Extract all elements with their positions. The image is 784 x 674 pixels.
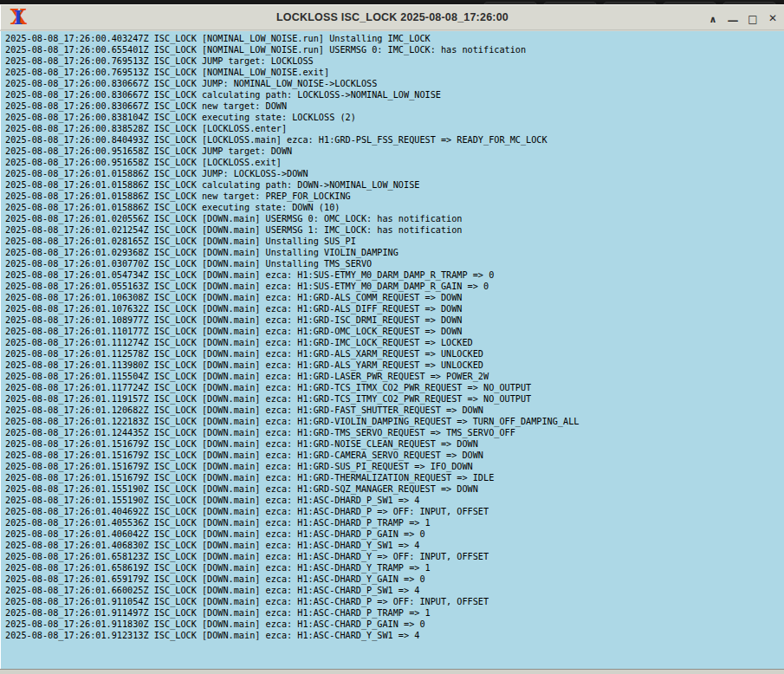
log-line: 2025-08-08_17:26:01.151679Z ISC_LOCK [DO… bbox=[5, 450, 784, 461]
titlebar[interactable]: X I LOCKLOSS ISC_LOCK 2025-08-08_17:26:0… bbox=[0, 4, 784, 30]
log-content-area: 2025-08-08_17:26:00.403247Z ISC_LOCK [NO… bbox=[0, 31, 784, 669]
window-app-icon[interactable]: X I bbox=[7, 7, 29, 29]
log-line: 2025-08-08_17:26:01.021254Z ISC_LOCK [DO… bbox=[5, 224, 784, 236]
log-line: 2025-08-08_17:26:01.030770Z ISC_LOCK [DO… bbox=[5, 258, 784, 269]
log-line: 2025-08-08_17:26:01.055163Z ISC_LOCK [DO… bbox=[5, 281, 784, 292]
log-line: 2025-08-08_17:26:00.830667Z ISC_LOCK cal… bbox=[5, 89, 784, 100]
log-line: 2025-08-08_17:26:01.155190Z ISC_LOCK [DO… bbox=[5, 483, 784, 495]
log-line: 2025-08-08_17:26:01.015886Z ISC_LOCK JUM… bbox=[5, 168, 784, 179]
log-line: 2025-08-08_17:26:01.404692Z ISC_LOCK [DO… bbox=[5, 506, 784, 517]
log-line: 2025-08-08_17:26:01.112578Z ISC_LOCK [DO… bbox=[5, 348, 784, 360]
log-line: 2025-08-08_17:26:01.115504Z ISC_LOCK [DO… bbox=[5, 371, 784, 382]
log-line: 2025-08-08_17:26:01.151679Z ISC_LOCK [DO… bbox=[5, 472, 784, 483]
log-line: 2025-08-08_17:26:01.911830Z ISC_LOCK [DO… bbox=[5, 619, 784, 630]
maximize-button[interactable]: □ bbox=[747, 10, 759, 26]
log-line: 2025-08-08_17:26:01.117724Z ISC_LOCK [DO… bbox=[5, 382, 784, 393]
log-line: 2025-08-08_17:26:01.108977Z ISC_LOCK [DO… bbox=[5, 314, 784, 326]
log-line: 2025-08-08_17:26:01.912313Z ISC_LOCK [DO… bbox=[5, 630, 784, 641]
minimize-icon: — bbox=[728, 14, 739, 27]
log-line: 2025-08-08_17:26:01.113980Z ISC_LOCK [DO… bbox=[5, 360, 784, 371]
log-line: 2025-08-08_17:26:01.029368Z ISC_LOCK [DO… bbox=[5, 247, 784, 258]
log-line: 2025-08-08_17:26:01.020556Z ISC_LOCK [DO… bbox=[5, 213, 784, 224]
log-line: 2025-08-08_17:26:01.405536Z ISC_LOCK [DO… bbox=[5, 517, 784, 528]
log-line: 2025-08-08_17:26:01.911054Z ISC_LOCK [DO… bbox=[5, 596, 784, 607]
log-line: 2025-08-08_17:26:01.658123Z ISC_LOCK [DO… bbox=[5, 551, 784, 562]
icon-i-glyph: I bbox=[7, 5, 29, 29]
log-line: 2025-08-08_17:26:00.838528Z ISC_LOCK [LO… bbox=[5, 123, 784, 134]
log-line: 2025-08-08_17:26:00.951658Z ISC_LOCK JUM… bbox=[5, 146, 784, 157]
maximize-icon: □ bbox=[748, 13, 757, 25]
log-line: 2025-08-08_17:26:01.107632Z ISC_LOCK [DO… bbox=[5, 303, 784, 314]
log-line: 2025-08-08_17:26:00.655401Z ISC_LOCK [NO… bbox=[5, 44, 784, 55]
log-line: 2025-08-08_17:26:01.124435Z ISC_LOCK [DO… bbox=[5, 427, 784, 438]
log-line: 2025-08-08_17:26:01.406042Z ISC_LOCK [DO… bbox=[5, 528, 784, 540]
close-icon: ✕ bbox=[768, 12, 777, 24]
lockloss-log-window: X I LOCKLOSS ISC_LOCK 2025-08-08_17:26:0… bbox=[0, 0, 784, 674]
log-line: 2025-08-08_17:26:00.403247Z ISC_LOCK [NO… bbox=[5, 33, 784, 44]
log-line: 2025-08-08_17:26:01.660025Z ISC_LOCK [DO… bbox=[5, 585, 784, 596]
log-line: 2025-08-08_17:26:01.110177Z ISC_LOCK [DO… bbox=[5, 326, 784, 337]
window-bottom-frame bbox=[0, 669, 784, 674]
window-controls: ∧ — □ ✕ bbox=[707, 5, 779, 31]
log-line: 2025-08-08_17:26:01.151679Z ISC_LOCK [DO… bbox=[5, 461, 784, 472]
log-line: 2025-08-08_17:26:01.911497Z ISC_LOCK [DO… bbox=[5, 607, 784, 619]
log-line: 2025-08-08_17:26:01.659179Z ISC_LOCK [DO… bbox=[5, 574, 784, 585]
log-line: 2025-08-08_17:26:01.054734Z ISC_LOCK [DO… bbox=[5, 269, 784, 281]
minimize-button[interactable]: — bbox=[727, 10, 739, 26]
log-line: 2025-08-08_17:26:01.119157Z ISC_LOCK [DO… bbox=[5, 393, 784, 405]
shade-button[interactable]: ∧ bbox=[707, 10, 719, 26]
log-line: 2025-08-08_17:26:01.151679Z ISC_LOCK [DO… bbox=[5, 438, 784, 450]
log-line: 2025-08-08_17:26:00.769513Z ISC_LOCK [NO… bbox=[5, 67, 784, 78]
log-line: 2025-08-08_17:26:00.830667Z ISC_LOCK new… bbox=[5, 100, 784, 112]
log-line: 2025-08-08_17:26:01.122183Z ISC_LOCK [DO… bbox=[5, 416, 784, 427]
window-title: LOCKLOSS ISC_LOCK 2025-08-08_17:26:00 bbox=[1, 11, 784, 23]
log-line: 2025-08-08_17:26:01.155190Z ISC_LOCK [DO… bbox=[5, 495, 784, 506]
log-output[interactable]: 2025-08-08_17:26:00.403247Z ISC_LOCK [NO… bbox=[1, 31, 784, 669]
log-line: 2025-08-08_17:26:01.015886Z ISC_LOCK new… bbox=[5, 191, 784, 202]
close-button[interactable]: ✕ bbox=[767, 10, 779, 26]
log-line: 2025-08-08_17:26:01.120682Z ISC_LOCK [DO… bbox=[5, 405, 784, 416]
log-line: 2025-08-08_17:26:01.106308Z ISC_LOCK [DO… bbox=[5, 292, 784, 303]
log-line: 2025-08-08_17:26:00.951658Z ISC_LOCK [LO… bbox=[5, 157, 784, 168]
shade-icon: ∧ bbox=[709, 14, 717, 25]
log-line: 2025-08-08_17:26:01.015886Z ISC_LOCK exe… bbox=[5, 202, 784, 213]
log-line: 2025-08-08_17:26:01.406830Z ISC_LOCK [DO… bbox=[5, 540, 784, 551]
log-line: 2025-08-08_17:26:01.658619Z ISC_LOCK [DO… bbox=[5, 562, 784, 574]
log-line: 2025-08-08_17:26:00.838104Z ISC_LOCK exe… bbox=[5, 112, 784, 123]
window-border-highlight bbox=[0, 31, 1, 669]
log-line: 2025-08-08_17:26:00.769513Z ISC_LOCK JUM… bbox=[5, 55, 784, 67]
log-line: 2025-08-08_17:26:00.840493Z ISC_LOCK [LO… bbox=[5, 134, 784, 146]
log-line: 2025-08-08_17:26:01.015886Z ISC_LOCK cal… bbox=[5, 179, 784, 191]
log-line: 2025-08-08_17:26:01.111274Z ISC_LOCK [DO… bbox=[5, 337, 784, 348]
log-line: 2025-08-08_17:26:00.830667Z ISC_LOCK JUM… bbox=[5, 78, 784, 89]
log-line: 2025-08-08_17:26:01.028165Z ISC_LOCK [DO… bbox=[5, 236, 784, 247]
